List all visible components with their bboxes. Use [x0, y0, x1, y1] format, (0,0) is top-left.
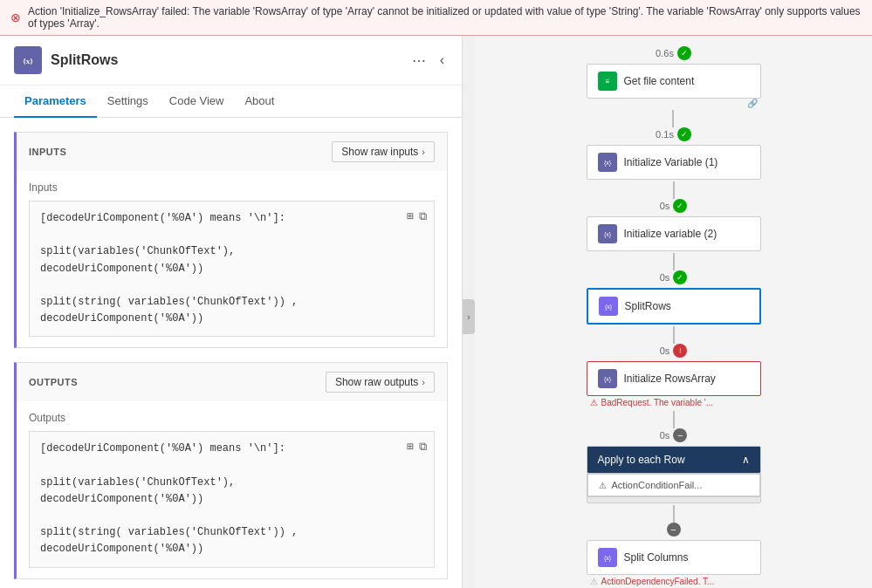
flow-node-split-columns[interactable]: {x} Split Columns — [587, 540, 761, 575]
panel-content: INPUTS Show raw inputs › Inputs ⊞ ⧉ [dec… — [0, 118, 462, 588]
inputs-copy-icon[interactable]: ⧉ — [419, 209, 427, 227]
svg-text:{x}: {x} — [603, 231, 611, 238]
warning-dep-icon: ⚠ — [590, 577, 598, 586]
flow-connector-4: 0s ! — [660, 326, 688, 359]
link-icon[interactable]: 🔗 — [747, 99, 758, 108]
svg-text:≡: ≡ — [605, 78, 609, 85]
tab-parameters[interactable]: Parameters — [14, 85, 97, 118]
time-2: 0s — [660, 201, 670, 211]
error-message: Action 'Initialize_RowsArray' failed: Th… — [28, 5, 862, 30]
inputs-section: INPUTS Show raw inputs › Inputs ⊞ ⧉ [dec… — [14, 132, 448, 348]
svg-text:{x}: {x} — [604, 304, 612, 311]
outputs-code-line6: decodeUriComponent('%0A')) — [40, 541, 423, 557]
collapse-arrow-icon: › — [467, 312, 470, 322]
outputs-code-box: ⊞ ⧉ [decodeUriComponent('%0A') means '\n… — [29, 431, 435, 567]
connector-line-5 — [673, 411, 675, 428]
warning-sub-icon: ⚠ — [599, 481, 607, 490]
outputs-code-line5: split(string( variables('ChunkOfText')) … — [40, 524, 423, 541]
status-check-1: ✓ — [677, 127, 691, 141]
inputs-code-line5: split(string( variables('ChunkOfText')) … — [40, 294, 423, 311]
flow-node-get-file-content[interactable]: ≡ Get file content — [587, 64, 761, 99]
tabs-bar: Parameters Settings Code View About — [0, 85, 462, 118]
apply-each-row-sub: ⚠ ActionConditionFail... — [587, 474, 761, 496]
flow-item-split-columns: {x} Split Columns ⚠ ActionDependencyFail… — [492, 540, 855, 588]
outputs-section-header: OUTPUTS Show raw outputs › — [17, 363, 447, 401]
collapse-icon[interactable]: ‹ — [436, 51, 448, 71]
status-minus-5: − — [673, 428, 687, 442]
time-3: 0s — [660, 272, 670, 283]
show-raw-outputs-button[interactable]: Show raw outputs › — [326, 372, 435, 393]
flow-node-init-var-1[interactable]: {x} Initialize Variable (1) — [587, 145, 761, 180]
init-var-2-icon: {x} — [598, 224, 617, 243]
flow-node-init-var-2[interactable]: {x} Initialize variable (2) — [587, 216, 761, 251]
flow-connector-5: 0s − — [660, 411, 688, 444]
outputs-code-line2: split(variables('ChunkOfText'), — [40, 475, 423, 491]
collapse-handle[interactable]: › — [463, 299, 475, 334]
outputs-code-line3: decodeUriComponent('%0A')) — [40, 491, 423, 508]
tab-about[interactable]: About — [234, 85, 285, 118]
connector-line-2 — [673, 181, 675, 199]
inputs-label: INPUTS — [29, 147, 66, 157]
left-panel: {x} SplitRows ⋯ ‹ Parameters Settings Co… — [0, 36, 463, 588]
inputs-code-line2: split(variables('ChunkOfText'), — [40, 243, 423, 260]
inputs-code-line3: decodeUriComponent('%0A')) — [40, 261, 423, 277]
flow-node-init-rows-array[interactable]: {x} Initialize RowsArray — [587, 361, 761, 396]
flow-item-split-rows: {x} SplitRows — [492, 288, 855, 325]
flow-item-init-var-1: {x} Initialize Variable (1) — [492, 145, 855, 180]
tab-settings[interactable]: Settings — [97, 85, 159, 118]
flow-connector-2: 0s ✓ — [660, 181, 688, 215]
get-file-content-label: Get file content — [624, 75, 695, 87]
flow-time-5: 0s − — [660, 428, 688, 442]
svg-text:{x}: {x} — [603, 376, 611, 383]
show-raw-inputs-button[interactable]: Show raw inputs › — [332, 141, 435, 162]
outputs-code-icons: ⊞ ⧉ — [407, 439, 427, 457]
svg-text:{x}: {x} — [603, 160, 611, 167]
inputs-section-header: INPUTS Show raw inputs › — [17, 133, 447, 171]
svg-text:{x}: {x} — [23, 57, 33, 65]
split-columns-icon: {x} — [598, 548, 617, 567]
connector-line-6 — [673, 505, 675, 523]
init-rows-array-icon: {x} — [598, 369, 617, 388]
flow-connector-3: 0s ✓ — [660, 253, 688, 286]
split-rows-icon: {x} — [599, 297, 618, 316]
status-error-4: ! — [673, 344, 687, 358]
init-rows-array-error-text: BadRequest. The variable '... — [601, 398, 713, 407]
flow-node-apply-each-row[interactable]: Apply to each Row ∧ — [587, 446, 761, 474]
outputs-copy-icon[interactable]: ⧉ — [419, 439, 427, 457]
flow-node-split-rows[interactable]: {x} SplitRows — [587, 288, 761, 325]
flow-connector-top: 0.6s ✓ — [656, 46, 691, 62]
panel-header-icons: ⋯ ‹ — [409, 51, 448, 71]
tab-code-view[interactable]: Code View — [159, 85, 235, 118]
more-options-icon[interactable]: ⋯ — [409, 51, 429, 71]
init-rows-array-label: Initialize RowsArray — [624, 373, 716, 385]
flow-item-init-var-2: {x} Initialize variable (2) — [492, 216, 855, 251]
connector-line-4 — [673, 326, 675, 344]
outputs-inner-label: Outputs — [29, 412, 435, 424]
connector-line-1 — [672, 110, 674, 127]
init-var-1-icon: {x} — [598, 153, 617, 172]
flow-connector-1: 0.1s ✓ — [656, 110, 691, 143]
panel-logo: {x} — [14, 46, 42, 74]
error-bar: ⊗ Action 'Initialize_RowsArray' failed: … — [0, 0, 872, 36]
expand-collapse-icon: ∧ — [742, 454, 750, 466]
flow-time-3: 0s ✓ — [660, 270, 688, 284]
panel-header: {x} SplitRows ⋯ ‹ — [0, 36, 462, 85]
status-check-2: ✓ — [673, 199, 687, 213]
time-label: 0.6s — [656, 48, 674, 58]
flow-time-6: − — [667, 523, 681, 537]
time-5: 0s — [660, 430, 670, 441]
get-file-content-icon: ≡ — [598, 72, 617, 91]
split-columns-error-text: ActionDependencyFailed. T... — [601, 577, 715, 586]
inputs-code-line1: [decodeUriComponent('%0A') means '\n']: — [40, 210, 423, 227]
show-raw-outputs-chevron: › — [422, 377, 425, 387]
flow-item-apply-each-row: Apply to each Row ∧ ⚠ ActionConditionFai… — [492, 446, 855, 503]
flow-time-2: 0s ✓ — [660, 199, 688, 213]
outputs-grid-icon[interactable]: ⊞ — [407, 439, 414, 457]
flow-item-init-rows-array: {x} Initialize RowsArray ⚠ BadRequest. T… — [492, 361, 855, 409]
copy-link-area: 🔗 — [587, 99, 761, 108]
flow-time-1: 0.1s ✓ — [656, 127, 691, 141]
inputs-section-inner: Inputs ⊞ ⧉ [decodeUriComponent('%0A') me… — [17, 171, 447, 347]
status-minus-6: − — [667, 523, 681, 537]
inputs-grid-icon[interactable]: ⊞ — [407, 209, 414, 227]
flow-connector-6: − — [667, 505, 681, 538]
